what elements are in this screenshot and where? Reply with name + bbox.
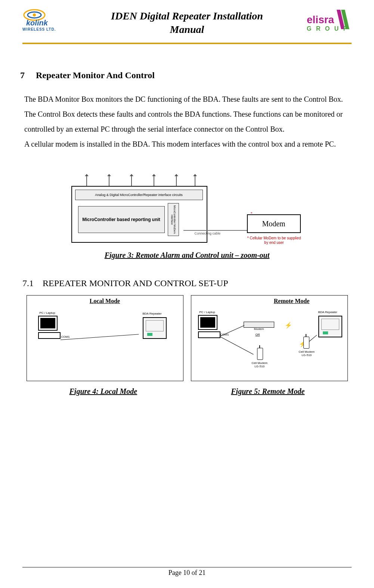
figure-5-bda-label: BDA Repeater	[318, 310, 337, 314]
figure-3-modem-interface: MicroController/ MoDem interface	[168, 203, 179, 236]
figure-5-box: Remote Mode PC / Laptop COM1 Modem OR Ce…	[191, 295, 348, 381]
lightning-icon: ⚡	[285, 322, 292, 329]
figure-5-or-label: OR	[256, 333, 260, 336]
figure-3-star: *	[251, 211, 253, 215]
figure-3-reporting-unit: MicroController based reporting unit	[78, 206, 165, 233]
figure-4-com-label: COM1	[61, 335, 70, 339]
figure-3-cable-label: Connecting cable	[195, 232, 221, 235]
dekolink-logo-icon: kolink WIRELESS LTD.	[22, 7, 78, 34]
logo-right-sub: G R O U P	[307, 25, 349, 32]
figure-4-caption: Figure 4: Local Mode	[69, 387, 137, 396]
page-number: Page 10 of 21	[169, 569, 205, 576]
page-header: kolink WIRELESS LTD. IDEN Digital Repeat…	[22, 7, 352, 41]
logo-right-text: elisra	[307, 14, 334, 25]
doc-title: IDEN Digital Repeater Installation Manua…	[78, 7, 296, 37]
doc-title-line2: Manual	[78, 23, 296, 36]
figure-4-pc-icon	[38, 316, 61, 338]
logo-left-text: kolink	[26, 19, 48, 27]
figure-4-bda-label: BDA Repeater	[143, 312, 162, 315]
header-rule	[22, 43, 352, 44]
figures-4-5-row: Local Mode PC / Laptop COM1 BDA Repeater…	[22, 295, 352, 381]
figure-5-title: Remote Mode	[238, 298, 345, 304]
figure-5-cell-modem-1-icon	[257, 348, 263, 360]
figure-3: Analog & Digital MicroController/Repeate…	[22, 174, 352, 260]
figure-5-pc-icon	[198, 315, 220, 337]
figure-4-5-captions: Figure 4: Local Mode Figure 5: Remote Mo…	[22, 387, 352, 396]
section-7-para1: The BDA Monitor Box monitors the DC func…	[24, 92, 352, 137]
figure-4-title: Local Mode	[29, 298, 181, 304]
figure-4-pc-label: PC / Laptop	[40, 311, 55, 315]
elisra-logo-icon: elisra G R O U P	[296, 7, 352, 34]
figure-3-note: * Cellular MoDem to be supplied by end u…	[245, 236, 303, 245]
section-7-para2: A cellular modem is installed in the BDA…	[24, 137, 352, 151]
figure-4-box: Local Mode PC / Laptop COM1 BDA Repeater	[27, 295, 183, 381]
figure-5-bda-icon	[318, 316, 344, 340]
page: kolink WIRELESS LTD. IDEN Digital Repeat…	[0, 0, 374, 588]
section-7-1-number: 7.1	[22, 278, 34, 288]
section-7-1-heading: 7.1 REPEATER MONITOR AND CONTROL SET-UP	[22, 278, 352, 288]
figure-3-diagram: Analog & Digital MicroController/Repeate…	[71, 174, 303, 249]
figure-3-modem-box: Modem	[247, 214, 301, 233]
section-7-number: 7	[11, 70, 34, 80]
section-7-title: Repeater Monitor And Control	[36, 70, 155, 80]
section-7-1-title: REPEATER MONITOR AND CONTROL SET-UP	[43, 278, 228, 288]
figure-3-caption: Figure 3: Remote Alarm and Control unit …	[22, 251, 352, 260]
page-footer: Page 10 of 21	[22, 567, 352, 577]
figure-5-cell-1-label: Cell Modem LG-510	[250, 361, 269, 368]
section-7-heading: 7 Repeater Monitor And Control	[22, 70, 352, 80]
figure-4-bda-icon	[143, 317, 168, 341]
figure-5-pc-label: PC / Laptop	[200, 310, 215, 314]
doc-title-line1: IDEN Digital Repeater Installation	[78, 9, 296, 23]
svg-point-2	[33, 13, 36, 16]
logo-left: kolink WIRELESS LTD.	[22, 7, 78, 34]
figure-5-caption: Figure 5: Remote Mode	[231, 387, 305, 396]
figure-3-cable	[183, 230, 251, 231]
figure-3-interface-strip: Analog & Digital MicroController/Repeate…	[75, 190, 203, 200]
figure-5-cell-2-label: Cell Modem LG-510	[297, 350, 316, 357]
figure-5-modem-label: Modem	[254, 327, 264, 331]
logo-right: elisra G R O U P	[296, 7, 352, 34]
logo-left-sub: WIRELESS LTD.	[22, 27, 56, 31]
figure-5-modem-icon	[244, 322, 274, 328]
figure-5-cell-modem-2-icon	[303, 337, 309, 349]
